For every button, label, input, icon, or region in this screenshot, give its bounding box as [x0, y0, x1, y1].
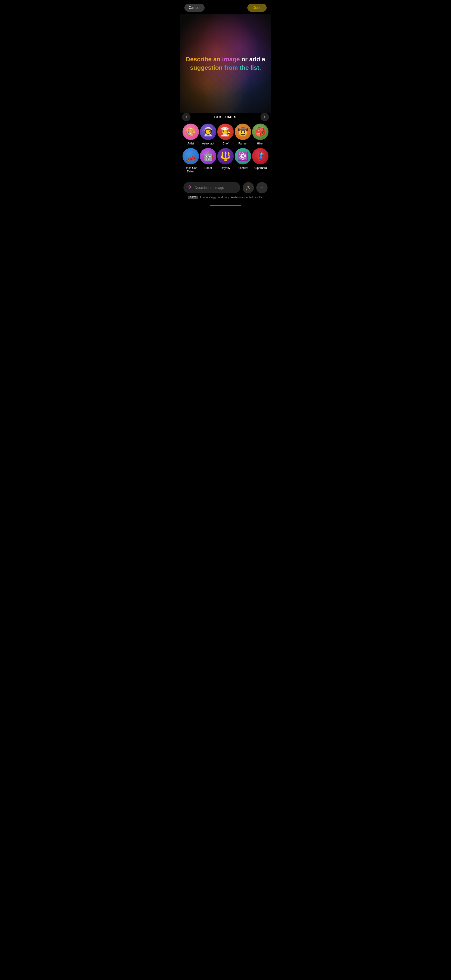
costume-artist-label: Artist: [187, 142, 194, 146]
costumes-row-1: 🎨 Artist 👨‍🚀 Astronaut 👨‍🍳 Chef 🤠 Farmer…: [182, 124, 269, 146]
costume-hiker-label: Hiker: [257, 142, 264, 146]
person-button[interactable]: [243, 182, 254, 193]
hero-text-from: from: [223, 64, 240, 71]
describe-input-wrapper[interactable]: Describe an image: [183, 182, 240, 193]
phone-container: Cancel Done Describe an image or add a s…: [180, 0, 271, 207]
costume-chef[interactable]: 👨‍🍳 Chef: [217, 124, 234, 146]
costume-robot[interactable]: 🤖 Robot: [200, 148, 216, 170]
home-bar: [210, 205, 241, 206]
cancel-button[interactable]: Cancel: [184, 4, 205, 12]
beta-badge: BETA: [188, 196, 198, 199]
costumes-grid: 🎨 Artist 👨‍🚀 Astronaut 👨‍🍳 Chef 🤠 Farmer…: [180, 124, 271, 173]
hero-text-or: or add a: [240, 56, 265, 63]
costume-robot-label: Robot: [204, 166, 212, 170]
costume-race-car-driver-icon: 🏎️: [183, 148, 199, 164]
costume-chef-icon: 👨‍🍳: [217, 124, 234, 140]
costume-chef-label: Chef: [222, 142, 228, 146]
person-icon: [246, 185, 251, 190]
costume-superhero-icon: 🦸: [252, 148, 268, 164]
hero-text-describe: Describe an: [186, 56, 222, 63]
costumes-title: COSTUMES: [214, 115, 237, 119]
input-row: Describe an image +: [183, 182, 268, 193]
costume-farmer-label: Farmer: [238, 142, 248, 146]
costume-artist-icon: 🎨: [183, 124, 199, 140]
playground-icon: [187, 185, 192, 191]
done-button[interactable]: Done: [247, 4, 267, 12]
costume-scientist[interactable]: ⚛️ Scientist: [235, 148, 251, 170]
costume-hiker-icon: 🎒: [252, 124, 268, 140]
costume-astronaut[interactable]: 👨‍🚀 Astronaut: [200, 124, 216, 146]
costume-astronaut-icon: 👨‍🚀: [200, 124, 216, 140]
hero-text-the-list: the list.: [240, 64, 261, 71]
hero-area: Describe an image or add a suggestion fr…: [180, 14, 271, 113]
costume-farmer-icon: 🤠: [235, 124, 251, 140]
add-button[interactable]: +: [256, 182, 268, 193]
top-bar: Cancel Done: [180, 0, 271, 14]
costume-royalty-label: Royalty: [221, 166, 230, 170]
costume-race-car-driver-label: Race CarDriver: [185, 166, 197, 173]
nav-left-button[interactable]: ‹: [182, 113, 191, 121]
costume-race-car-driver[interactable]: 🏎️ Race CarDriver: [183, 148, 199, 173]
costume-superhero[interactable]: 🦸 Superhero: [252, 148, 268, 170]
costume-artist[interactable]: 🎨 Artist: [183, 124, 199, 146]
costumes-header: ‹ COSTUMES ›: [180, 115, 271, 119]
bottom-area: Describe an image + BETA Image Playgroun…: [180, 178, 271, 203]
svg-point-0: [247, 186, 249, 188]
costume-royalty[interactable]: 🔱 Royalty: [217, 148, 234, 170]
hero-text-image: image: [222, 56, 240, 63]
costumes-section: ‹ COSTUMES › 🎨 Artist 👨‍🚀 Astronaut 👨‍🍳 …: [180, 113, 271, 178]
costume-astronaut-label: Astronaut: [202, 142, 214, 146]
costume-royalty-icon: 🔱: [217, 148, 234, 164]
costume-robot-icon: 🤖: [200, 148, 216, 164]
describe-placeholder: Describe an image: [195, 186, 237, 189]
beta-text: Image Playground may create unexpected r…: [200, 196, 263, 199]
hero-text-suggestion: suggestion: [190, 64, 223, 71]
costume-scientist-label: Scientist: [238, 166, 248, 170]
beta-notice: BETA Image Playground may create unexpec…: [183, 196, 268, 201]
nav-right-button[interactable]: ›: [260, 113, 269, 121]
costumes-row-2: 🏎️ Race CarDriver 🤖 Robot 🔱 Royalty ⚛️ S…: [182, 148, 269, 173]
home-indicator: [180, 203, 271, 207]
costume-farmer[interactable]: 🤠 Farmer: [235, 124, 251, 146]
costume-scientist-icon: ⚛️: [235, 148, 251, 164]
costume-hiker[interactable]: 🎒 Hiker: [252, 124, 268, 146]
costume-superhero-label: Superhero: [254, 166, 267, 170]
hero-text: Describe an image or add a suggestion fr…: [181, 50, 270, 77]
